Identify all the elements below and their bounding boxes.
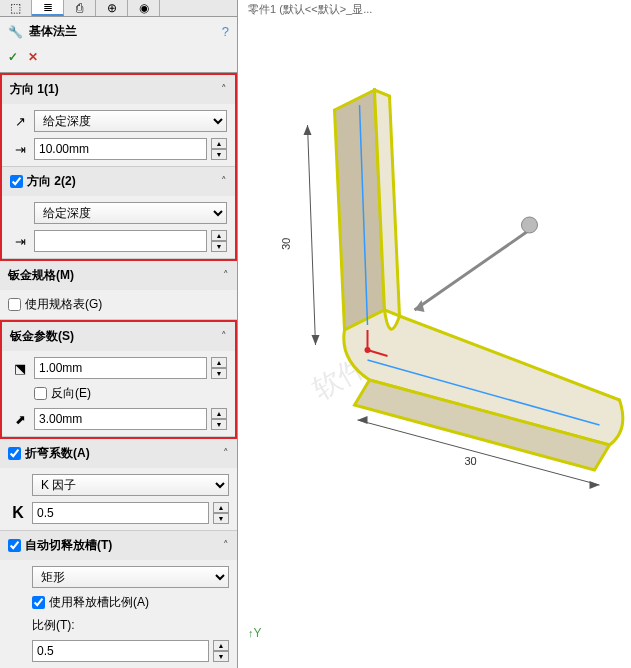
- model-viewport[interactable]: 软件: [238, 0, 631, 668]
- radius-icon: ⬈: [10, 412, 30, 427]
- dir2-enable-checkbox[interactable]: [10, 175, 23, 188]
- ratio-spinner[interactable]: ▲▼: [213, 640, 229, 662]
- k-factor-label: K: [8, 504, 28, 522]
- svg-line-11: [308, 125, 316, 345]
- thickness-spinner[interactable]: ▲▼: [211, 357, 227, 379]
- reverse-label: 反向(E): [51, 385, 91, 402]
- direction2-header[interactable]: 方向 2(2) ˄: [2, 167, 235, 196]
- svg-text:30: 30: [280, 237, 292, 250]
- panel-tabs: ⬚ ≣ ⎙ ⊕ ◉: [0, 0, 237, 17]
- feature-title: 基体法兰: [29, 23, 216, 40]
- direction2-section: 方向 2(2) ˄ 给定深度 ⇥ ▲▼: [2, 167, 235, 259]
- reverse-dir1-icon[interactable]: ↗: [10, 114, 30, 129]
- direction1-header[interactable]: 方向 1(1) ˄: [2, 75, 235, 104]
- tab-appearance[interactable]: ◉: [128, 0, 160, 16]
- thickness-icon: ⬔: [10, 361, 30, 376]
- svg-text:30: 30: [465, 455, 477, 467]
- chevron-up-icon: ˄: [221, 330, 227, 343]
- relief-section: 自动切释放槽(T) ˄ 矩形 使用释放槽比例(A) 比例(T): ▲▼: [0, 531, 237, 668]
- bend-type-select[interactable]: K 因子: [32, 474, 229, 496]
- svg-marker-13: [312, 335, 320, 345]
- depth2-icon: ⇥: [10, 234, 30, 249]
- direction1-title: 方向 1(1): [10, 81, 221, 98]
- use-gauge-checkbox[interactable]: [8, 298, 21, 311]
- chevron-up-icon: ˄: [221, 175, 227, 188]
- svg-marker-17: [590, 481, 600, 489]
- chevron-up-icon: ˄: [221, 83, 227, 96]
- use-gauge-label: 使用规格表(G): [25, 296, 102, 313]
- ok-button[interactable]: ✓: [8, 50, 18, 64]
- property-panel: ⬚ ≣ ⎙ ⊕ ◉ 🔧 基体法兰 ? ✓ ✕ 方向 1(1) ˄ ↗ 给定深度 …: [0, 0, 238, 668]
- gauge-section: 钣金规格(M) ˄ 使用规格表(G): [0, 261, 237, 320]
- feature-header: 🔧 基体法兰 ?: [0, 17, 237, 46]
- bend-title: 折弯系数(A): [25, 445, 223, 462]
- gauge-header[interactable]: 钣金规格(M) ˄: [0, 261, 237, 290]
- use-ratio-label: 使用释放槽比例(A): [49, 594, 149, 611]
- confirm-row: ✓ ✕: [0, 46, 237, 73]
- tab-feature[interactable]: ⬚: [0, 0, 32, 16]
- radius-input[interactable]: [34, 408, 207, 430]
- relief-type-select[interactable]: 矩形: [32, 566, 229, 588]
- direction1-section: 方向 1(1) ˄ ↗ 给定深度 ⇥ ▲▼: [2, 75, 235, 167]
- dir1-depth-spinner[interactable]: ▲▼: [211, 138, 227, 160]
- chevron-up-icon: ˄: [223, 539, 229, 552]
- dir1-type-select[interactable]: 给定深度: [34, 110, 227, 132]
- thickness-input[interactable]: [34, 357, 207, 379]
- svg-line-8: [415, 230, 530, 310]
- graphics-area[interactable]: 零件1 (默认<<默认>_显... 软件: [238, 0, 631, 668]
- k-factor-spinner[interactable]: ▲▼: [213, 502, 229, 524]
- dir2-depth-spinner[interactable]: ▲▼: [211, 230, 227, 252]
- base-flange-icon: 🔧: [8, 25, 23, 39]
- tab-property[interactable]: ≣: [32, 0, 64, 16]
- dir1-depth-input[interactable]: [34, 138, 207, 160]
- svg-marker-10: [415, 300, 425, 312]
- svg-marker-12: [304, 125, 312, 135]
- cancel-button[interactable]: ✕: [28, 50, 38, 64]
- ratio-label: 比例(T):: [32, 618, 75, 632]
- svg-point-9: [522, 217, 538, 233]
- dir2-type-select[interactable]: 给定深度: [34, 202, 227, 224]
- axis-indicator: ↑Y: [248, 626, 262, 640]
- direction2-title: 方向 2(2): [27, 173, 221, 190]
- bend-enable-checkbox[interactable]: [8, 447, 21, 460]
- depth1-icon: ⇥: [10, 142, 30, 157]
- params-title: 钣金参数(S): [10, 328, 221, 345]
- bend-section: 折弯系数(A) ˄ K 因子 K ▲▼: [0, 439, 237, 531]
- svg-point-7: [365, 347, 371, 353]
- dir2-depth-input[interactable]: [34, 230, 207, 252]
- use-ratio-checkbox[interactable]: [32, 596, 45, 609]
- reverse-checkbox[interactable]: [34, 387, 47, 400]
- params-header[interactable]: 钣金参数(S) ˄: [2, 322, 235, 351]
- direction-group-highlight: 方向 1(1) ˄ ↗ 给定深度 ⇥ ▲▼ 方向 2(2) ˄: [0, 73, 237, 261]
- tab-config[interactable]: ⎙: [64, 0, 96, 16]
- params-section: 钣金参数(S) ˄ ⬔ ▲▼ 反向(E) ⬈ ▲▼: [2, 322, 235, 437]
- dimension-vertical[interactable]: 30: [280, 125, 320, 345]
- k-factor-input[interactable]: [32, 502, 209, 524]
- relief-enable-checkbox[interactable]: [8, 539, 21, 552]
- params-highlight: 钣金参数(S) ˄ ⬔ ▲▼ 反向(E) ⬈ ▲▼: [0, 320, 237, 439]
- gauge-title: 钣金规格(M): [8, 267, 223, 284]
- help-icon[interactable]: ?: [222, 24, 229, 39]
- relief-title: 自动切释放槽(T): [25, 537, 223, 554]
- model-geometry: [335, 90, 623, 470]
- chevron-up-icon: ˄: [223, 447, 229, 460]
- breadcrumb[interactable]: 零件1 (默认<<默认>_显...: [248, 2, 372, 17]
- tab-display[interactable]: ⊕: [96, 0, 128, 16]
- ratio-input[interactable]: [32, 640, 209, 662]
- radius-spinner[interactable]: ▲▼: [211, 408, 227, 430]
- chevron-up-icon: ˄: [223, 269, 229, 282]
- svg-marker-16: [358, 416, 368, 424]
- bend-header[interactable]: 折弯系数(A) ˄: [0, 439, 237, 468]
- relief-header[interactable]: 自动切释放槽(T) ˄: [0, 531, 237, 560]
